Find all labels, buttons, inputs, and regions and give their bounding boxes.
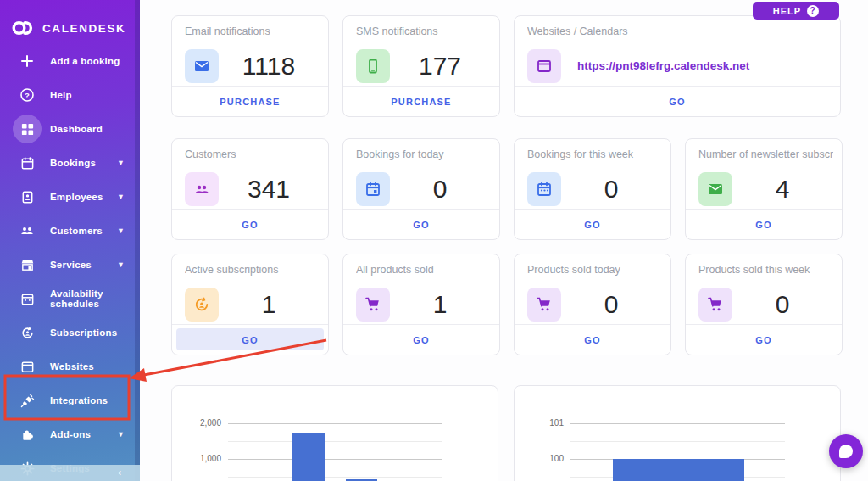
subscription-icon [185, 288, 219, 322]
y-axis-tick-label: 101 [518, 418, 564, 428]
storefront-icon [13, 250, 42, 279]
card-value: 4 [735, 171, 830, 208]
card-value: 341 [221, 171, 316, 208]
browser-icon [527, 49, 561, 83]
collapse-sidebar-icon[interactable]: ⟵ [118, 467, 132, 478]
puzzle-icon [13, 420, 42, 449]
sidebar-item-help[interactable]: ? Help [0, 78, 135, 112]
sidebar-item-employees[interactable]: Employees ▼ [0, 180, 135, 214]
card-value: 0 [735, 286, 830, 323]
chat-widget-button[interactable] [829, 434, 863, 468]
sidebar-item-integrations[interactable]: Integrations [0, 383, 135, 417]
chart-bar [292, 433, 326, 481]
card-title: Number of newsletter subscript... [698, 148, 833, 160]
browser-icon [13, 352, 42, 381]
sidebar-item-label: Websites [50, 361, 94, 372]
go-button[interactable]: GO [343, 324, 499, 355]
sidebar-menu: Add a booking ? Help Dashboard Bookings … [0, 44, 135, 481]
stat-card-products-sold-week: Products sold this week 0 GO [685, 254, 843, 355]
plus-icon [13, 47, 42, 76]
card-value: 1118 [221, 48, 316, 85]
plug-icon [13, 386, 42, 415]
sidebar-item-websites[interactable]: Websites [0, 350, 135, 383]
go-button[interactable]: GO [515, 86, 840, 116]
subscription-renew-icon [13, 318, 42, 347]
cart-icon [356, 288, 390, 322]
sidebar-item-subscriptions[interactable]: Subscriptions [0, 316, 135, 350]
calendar-icon [356, 172, 390, 206]
card-title: Active subscriptions [185, 264, 320, 276]
sidebar-item-label: Employees [50, 192, 103, 202]
card-value: 0 [564, 171, 659, 208]
sidebar-scrollbar[interactable] [135, 0, 140, 481]
go-button[interactable]: GO [172, 324, 328, 355]
sidebar-item-label: Dashboard [50, 124, 103, 134]
phone-icon [356, 49, 390, 83]
sidebar-item-availability-schedules[interactable]: Availability schedules [0, 282, 135, 316]
chart-gridline [570, 441, 785, 442]
go-button[interactable]: GO [172, 209, 328, 239]
card-title: Products sold today [527, 264, 662, 276]
purchase-button[interactable]: PURCHASE [343, 86, 499, 116]
stat-card-email-notifications: Email notifications 1118 PURCHASE [171, 15, 329, 117]
chart-gridline [228, 477, 442, 478]
calendar-icon [527, 172, 561, 206]
svg-text:?: ? [25, 91, 30, 100]
calendesk-logo-icon [12, 20, 35, 36]
help-button-label: HELP [773, 6, 801, 16]
card-title: SMS notifications [356, 25, 491, 37]
people-icon [185, 172, 219, 206]
logo[interactable]: CALENDESK [0, 0, 140, 44]
sidebar-item-label: Services [50, 260, 92, 270]
sidebar-item-label: Add-ons [50, 429, 91, 439]
card-value: 1 [221, 286, 316, 323]
sidebar-footer: ⟵ [0, 465, 140, 481]
sidebar-item-customers[interactable]: Customers ▼ [0, 214, 135, 248]
chevron-down-icon: ▼ [117, 159, 125, 167]
chart-gridline [228, 423, 442, 424]
chevron-down-icon: ▼ [117, 430, 125, 439]
sidebar-item-bookings[interactable]: Bookings ▼ [0, 146, 135, 180]
go-button[interactable]: GO [686, 324, 842, 355]
go-button[interactable]: GO [515, 209, 670, 239]
sidebar-item-dashboard[interactable]: Dashboard [0, 112, 135, 146]
help-icon: ? [13, 81, 42, 109]
help-button[interactable]: HELP ? [753, 2, 839, 20]
calendar-url-link[interactable]: https://pnt98lefrg.calendesk.net [577, 49, 828, 83]
stat-card-websites-calendars: Websites / Calendars https://pnt98lefrg.… [514, 15, 841, 117]
sidebar-item-label: Integrations [50, 395, 108, 405]
sidebar-item-add-a-booking[interactable]: Add a booking [0, 44, 135, 78]
stat-card-sms-notifications: SMS notifications 177 PURCHASE [342, 15, 500, 117]
sidebar-item-label: Availability schedules [50, 288, 135, 309]
sidebar-item-label: Subscriptions [50, 327, 117, 338]
card-value: 177 [392, 48, 487, 85]
sidebar: CALENDESK Add a booking ? Help Dashboard [0, 0, 140, 481]
calendar-icon [13, 148, 42, 177]
card-title: Products sold this week [698, 264, 833, 276]
sidebar-item-label: Customers [50, 226, 103, 236]
go-button[interactable]: GO [343, 209, 499, 239]
bar-chart-plot: 101100 [570, 405, 785, 481]
bookings-bar-chart-card: 2,0001,000 [171, 385, 498, 481]
card-title: Bookings for today [356, 148, 491, 160]
chart-bar [613, 459, 744, 481]
chevron-down-icon: ▼ [117, 227, 125, 235]
question-mark-icon: ? [807, 5, 819, 17]
sidebar-item-add-ons[interactable]: Add-ons ▼ [0, 417, 135, 451]
card-title: Customers [185, 148, 320, 160]
go-button[interactable]: GO [686, 209, 842, 239]
y-axis-tick-label: 100 [518, 454, 564, 463]
sidebar-item-services[interactable]: Services ▼ [0, 248, 135, 282]
customers-bar-chart-card: 101100 [514, 385, 841, 481]
go-button[interactable]: GO [515, 324, 670, 355]
stat-card-all-products-sold: All products sold 1 GO [342, 254, 500, 355]
email-icon [698, 172, 732, 206]
purchase-button[interactable]: PURCHASE [172, 86, 328, 116]
card-value: 0 [392, 171, 487, 208]
sidebar-item-label: Add a booking [50, 56, 120, 66]
stat-card-newsletter-subscribers: Number of newsletter subscript... 4 GO [685, 138, 843, 240]
y-axis-tick-label: 2,000 [175, 418, 221, 428]
dashboard-icon [13, 115, 42, 143]
card-title: Email notifications [185, 25, 320, 37]
sidebar-item-label: Bookings [50, 158, 96, 168]
